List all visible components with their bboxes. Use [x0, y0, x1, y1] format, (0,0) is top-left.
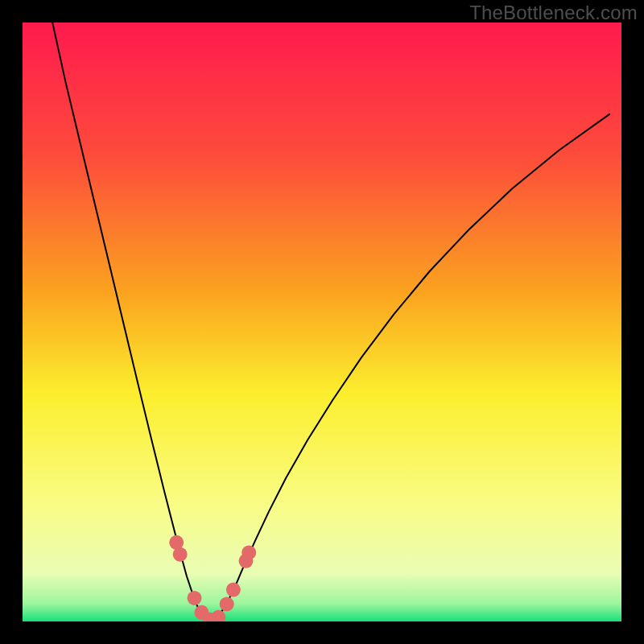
bottleneck-chart [23, 23, 621, 621]
curve-marker [242, 545, 256, 559]
watermark-text: TheBottleneck.com [469, 2, 638, 24]
chart-frame: TheBottleneck.com [0, 0, 644, 644]
plot-area [23, 23, 621, 621]
curve-marker [173, 547, 188, 562]
curve-marker [220, 597, 234, 611]
gradient-background [23, 23, 621, 621]
curve-marker [188, 591, 202, 605]
curve-marker [226, 583, 241, 597]
